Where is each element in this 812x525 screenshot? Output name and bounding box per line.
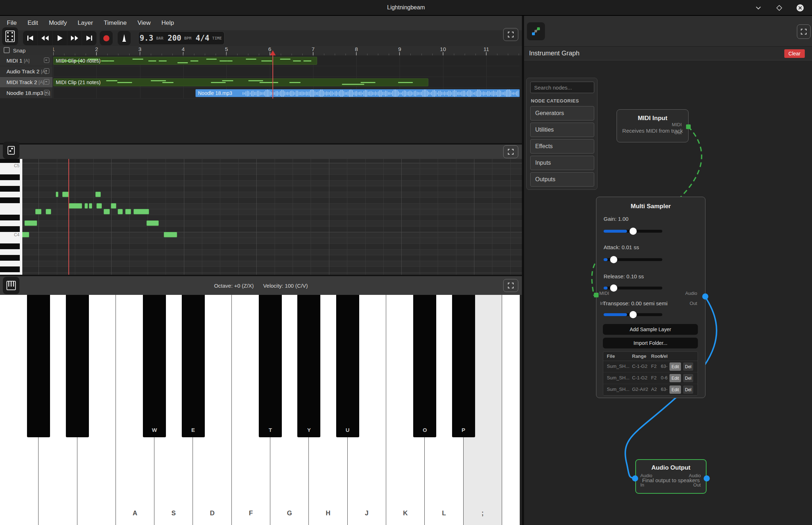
mini-key-G4[interactable] [0, 192, 22, 197]
mini-key-F#3[interactable] [0, 266, 22, 272]
black-key-W[interactable]: W [143, 295, 166, 437]
midi-note[interactable] [35, 209, 41, 214]
black-key-E[interactable]: E [182, 295, 205, 437]
add-sample-layer-button[interactable]: Add Sample Layer [603, 324, 698, 335]
graph-canvas[interactable]: NODE CATEGORIES GeneratorsUtilitiesEffec… [524, 60, 812, 525]
midi-note[interactable] [118, 209, 123, 214]
rewind-button[interactable] [38, 31, 53, 45]
import-folder-button[interactable]: Import Folder... [603, 338, 698, 348]
menu-item-timeline[interactable]: Timeline [98, 16, 132, 30]
node-midi-input[interactable]: MIDI Input Receives MIDI from track MIDI… [617, 109, 689, 142]
edit-sample-button[interactable]: Edit [669, 385, 681, 394]
node-multi-sampler[interactable]: Multi Sampler Gain: 1.00 Attack: 0.01 ss… [596, 197, 705, 398]
keyboard-expand-button[interactable] [503, 279, 518, 292]
graph-expand-button[interactable] [797, 24, 811, 39]
black-key-u1[interactable] [66, 295, 89, 437]
track-checkbox[interactable] [44, 79, 49, 85]
clip-audio-3[interactable]: Noodle 18.mp3 [195, 89, 520, 97]
midi-note[interactable] [24, 220, 37, 226]
audio-in-port[interactable] [632, 475, 638, 481]
mini-key-A#3[interactable] [0, 243, 22, 249]
piano-roll-playhead[interactable] [68, 159, 69, 275]
category-utilities[interactable]: Utilities [530, 123, 594, 137]
fast-forward-button[interactable] [67, 31, 82, 45]
category-effects[interactable]: Effects [530, 139, 594, 154]
node-audio-output[interactable]: Audio Output Final output to speakers Au… [635, 459, 707, 494]
mini-key-G#4[interactable] [0, 186, 22, 192]
mini-key-D#4[interactable] [0, 215, 22, 220]
piano-roll-key-column[interactable]: C5C4 [0, 159, 22, 275]
track-header-1[interactable]: MIDI 1[A] [0, 55, 53, 66]
mini-key-D4[interactable] [0, 220, 22, 226]
midi-out-port[interactable] [686, 124, 691, 129]
slider-thumb[interactable] [610, 256, 617, 263]
menu-item-edit[interactable]: Edit [22, 16, 43, 30]
mini-key-A3[interactable] [0, 249, 22, 255]
node-graph-view-button[interactable] [527, 22, 545, 40]
midi-note[interactable] [96, 203, 102, 209]
delete-sample-button[interactable]: Del [683, 362, 693, 371]
maximize-icon[interactable] [774, 3, 785, 13]
edit-sample-button[interactable]: Edit [669, 374, 681, 382]
audio-out-port[interactable] [704, 475, 710, 481]
menu-item-layer[interactable]: Layer [72, 16, 99, 30]
mini-key-C4[interactable]: C4 [0, 232, 22, 238]
black-key-O[interactable]: O [413, 295, 436, 437]
track-checkbox[interactable] [44, 68, 49, 74]
category-generators[interactable]: Generators [530, 106, 594, 120]
delete-sample-button[interactable]: Del [683, 374, 693, 382]
skip-end-button[interactable] [82, 31, 96, 45]
metronome-button[interactable] [118, 31, 131, 45]
midi-note[interactable] [89, 203, 92, 209]
midi-note[interactable] [111, 203, 116, 209]
midi-note[interactable] [164, 232, 177, 237]
search-input[interactable] [530, 82, 594, 93]
mini-key-C5[interactable]: C5 [0, 163, 22, 169]
midi-note[interactable] [95, 192, 101, 197]
mini-key-F4[interactable] [0, 203, 22, 209]
midi-note[interactable] [46, 209, 51, 214]
menu-item-modify[interactable]: Modify [44, 16, 72, 30]
slider-thumb[interactable] [630, 311, 637, 318]
mini-key-C#5[interactable] [0, 159, 22, 163]
black-key-T[interactable]: T [259, 295, 282, 437]
midi-note[interactable] [125, 209, 131, 214]
track-header-3[interactable]: MIDI Track 2[A] [0, 77, 53, 88]
piano-roll-expand-button[interactable] [503, 145, 518, 158]
black-key-Y[interactable]: Y [297, 295, 320, 437]
midi-note[interactable] [104, 209, 110, 214]
piano-roll-popout-button[interactable] [3, 142, 19, 159]
midi-in-port[interactable] [594, 293, 599, 297]
release-slider[interactable] [604, 287, 662, 289]
transpose-slider[interactable] [604, 313, 662, 316]
black-key-U[interactable]: U [336, 295, 359, 437]
record-button[interactable] [100, 31, 113, 45]
gain-slider[interactable] [604, 230, 662, 233]
slider-thumb[interactable] [630, 228, 637, 235]
mini-key-F#4[interactable] [0, 197, 22, 203]
mini-key-A#4[interactable] [0, 174, 22, 180]
mini-key-G#3[interactable] [0, 255, 22, 261]
black-key-u0[interactable] [27, 295, 50, 437]
category-outputs[interactable]: Outputs [530, 172, 594, 187]
timeline-ruler[interactable]: 1234567891011 [53, 46, 522, 55]
white-key-u13[interactable] [502, 295, 520, 525]
slider-thumb[interactable] [610, 284, 617, 292]
mini-key-B3[interactable] [0, 238, 22, 243]
close-icon[interactable] [795, 3, 806, 13]
clip-midi-2[interactable]: MIDI Clip (21 notes) [53, 78, 428, 86]
midi-note[interactable] [69, 203, 82, 209]
mini-key-F3[interactable] [0, 272, 22, 275]
film-roll-button[interactable] [2, 27, 18, 45]
minimize-icon[interactable] [753, 3, 764, 13]
mini-key-B4[interactable] [0, 169, 22, 174]
midi-note[interactable] [85, 203, 88, 209]
skip-start-button[interactable] [23, 31, 38, 45]
clear-button[interactable]: Clear [784, 49, 805, 58]
menu-item-help[interactable]: Help [156, 16, 179, 30]
timeline-playhead[interactable] [272, 55, 273, 99]
snap-checkbox[interactable] [4, 47, 10, 53]
play-button[interactable] [53, 31, 67, 45]
track-header-2[interactable]: Audio Track 2[A] [0, 66, 53, 77]
timeline-expand-button[interactable] [503, 28, 518, 41]
